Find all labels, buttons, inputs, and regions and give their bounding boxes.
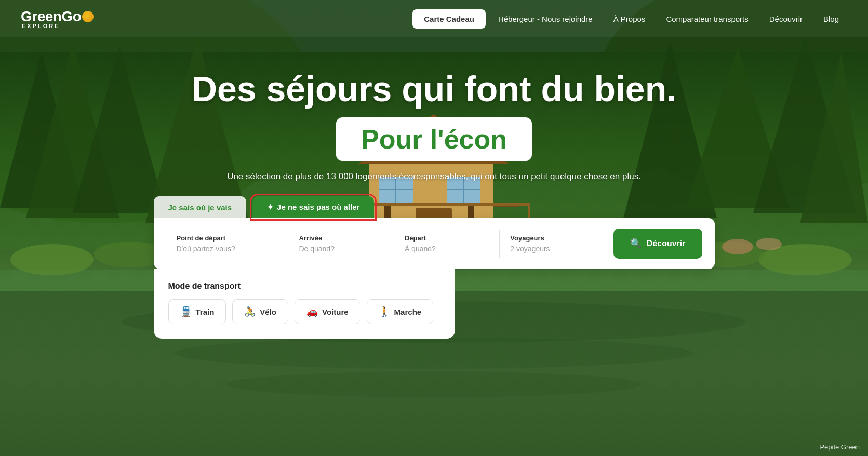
transport-voiture-label: Voiture [322,307,349,316]
search-icon: 🔍 [630,238,642,249]
apropos-link[interactable]: À Propos [605,10,654,28]
transport-train[interactable]: 🚆 Train [168,299,226,324]
hero-description: Une sélection de plus de 13 000 logement… [0,171,868,182]
svg-point-39 [756,238,782,250]
hero-subtitle: Pour l'écon [361,124,507,154]
search-tabs: Je sais où je vais ✦Je ne sais pas où al… [154,196,715,218]
travelers-label: Voyageurs [510,234,594,242]
hebergeur-link[interactable]: Hébergeur - Nous rejoindre [490,10,601,28]
logo: GreenGo EXPLORE [21,8,94,29]
transport-velo[interactable]: 🚴 Vélo [232,299,288,324]
nav-links: Carte Cadeau Hébergeur - Nous rejoindre … [412,9,847,29]
arrival-label: Arrivée [299,234,383,242]
transport-marche-label: Marche [394,307,422,316]
transport-voiture[interactable]: 🚗 Voiture [295,299,360,324]
tab-discover-destination[interactable]: ✦Je ne sais pas où aller [252,196,374,218]
marche-icon: 🚶 [379,306,390,317]
hero-subtitle-wrapper: Pour l'écon [0,117,868,161]
transport-train-label: Train [196,307,215,316]
hero-subtitle-box: Pour l'écon [336,117,532,161]
discover-button[interactable]: 🔍 Découvrir [613,229,702,259]
svg-point-34 [10,244,94,275]
tab-know-destination[interactable]: Je sais où je vais [154,196,247,218]
voiture-icon: 🚗 [306,306,318,317]
sparkle-icon: ✦ [267,203,274,211]
decouvrir-link[interactable]: Découvrir [761,10,811,28]
transport-panel: Mode de transport 🚆 Train 🚴 Vélo 🚗 Voitu… [154,269,455,339]
discover-button-label: Découvrir [647,239,686,248]
transport-velo-label: Vélo [260,307,276,316]
arrival-value: De quand? [299,245,335,253]
photo-credit: Pépite Green [820,443,860,451]
logo-circle-icon [82,11,94,22]
transport-options: 🚆 Train 🚴 Vélo 🚗 Voiture 🚶 Marche [168,299,440,324]
carte-cadeau-button[interactable]: Carte Cadeau [412,9,486,29]
search-widget: Je sais où je vais ✦Je ne sais pas où al… [143,196,725,269]
departure-point-field[interactable]: Point de départ D'où partez-vous? [166,230,289,258]
velo-icon: 🚴 [244,306,256,317]
train-icon: 🚆 [180,306,192,317]
comparateur-link[interactable]: Comparateur transports [658,10,756,28]
transport-panel-wrapper: Mode de transport 🚆 Train 🚴 Vélo 🚗 Voitu… [143,269,725,339]
svg-point-38 [722,239,753,254]
depart-date-value: À quand? [405,245,436,253]
hero-title: Des séjours qui font du bien. [0,69,868,109]
blog-link[interactable]: Blog [815,10,847,28]
depart-date-label: Départ [405,234,489,242]
depart-date-field[interactable]: Départ À quand? [394,230,500,258]
travelers-field[interactable]: Voyageurs 2 voyageurs [500,230,605,258]
search-bar: Point de départ D'où partez-vous? Arrivé… [154,218,715,269]
navbar: GreenGo EXPLORE Carte Cadeau Hébergeur -… [0,0,868,37]
travelers-value: 2 voyageurs [510,245,550,253]
departure-point-value: D'où partez-vous? [177,245,235,253]
transport-title: Mode de transport [168,281,440,291]
departure-point-label: Point de départ [177,234,278,242]
arrival-field[interactable]: Arrivée De quand? [288,230,394,258]
transport-marche[interactable]: 🚶 Marche [367,299,434,324]
logo-inner: GreenGo EXPLORE [21,8,94,29]
hero-content: Des séjours qui font du bien. Pour l'éco… [0,37,868,182]
logo-explore-text: EXPLORE [22,23,60,29]
